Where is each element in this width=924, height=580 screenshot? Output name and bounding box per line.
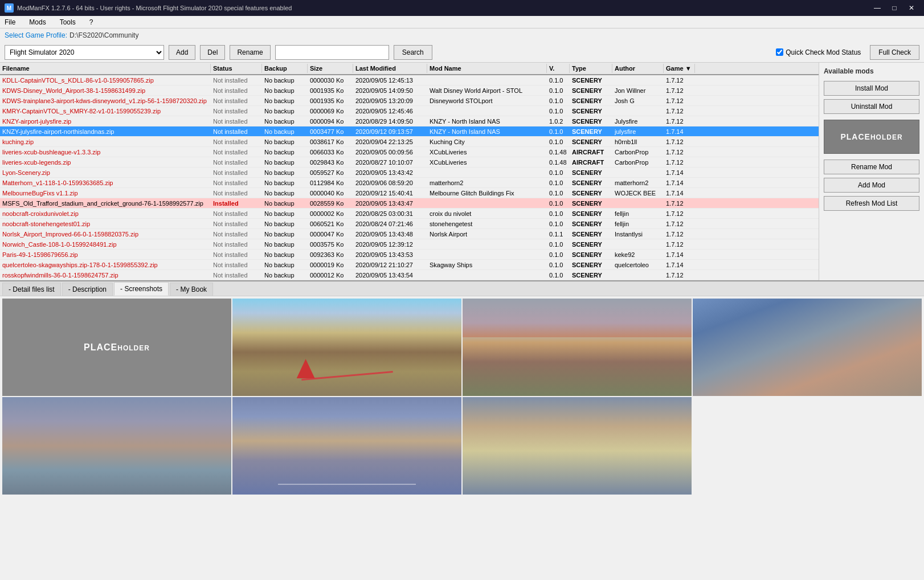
cell-backup: No backup [262, 210, 308, 218]
table-row[interactable]: Lyon-Scenery.zip Not installed No backup… [0, 168, 819, 178]
menu-mods[interactable]: Mods [27, 17, 48, 27]
cell-type: SCENERY [570, 199, 612, 207]
col-header-v[interactable]: V. [547, 64, 570, 73]
table-row[interactable]: Norlsk_Airport_Improved-66-0-1-159882037… [0, 229, 819, 239]
maximize-button[interactable]: □ [886, 2, 902, 14]
cell-backup: No backup [262, 87, 308, 95]
menu-tools[interactable]: Tools [58, 17, 78, 27]
cell-v: 0.1.0 [547, 169, 570, 177]
add-button[interactable]: Add [169, 45, 195, 60]
col-header-backup[interactable]: Backup [262, 64, 308, 73]
quick-check-container: Quick Check Mod Status [776, 48, 861, 56]
col-header-size[interactable]: Size [308, 64, 353, 73]
table-row[interactable]: MSFS_Old_Trafford_stadium_and_cricket_gr… [0, 198, 819, 209]
cell-filename: Norlsk_Airport_Improved-66-0-1-159882037… [0, 230, 211, 238]
cell-modname [427, 244, 547, 245]
cell-status: Not installed [211, 117, 262, 125]
menu-help[interactable]: ? [87, 17, 96, 27]
mod-preview-placeholder: PLACEHOLDER [824, 120, 919, 154]
cell-backup: No backup [262, 158, 308, 166]
col-header-game[interactable]: Game ▼ [664, 64, 695, 73]
cell-game: 1.7.12 [664, 97, 695, 105]
col-header-filename[interactable]: Filename [0, 64, 211, 73]
uninstall-mod-button[interactable]: Uninstall Mod [824, 99, 919, 114]
cell-modified: 2020/09/05 13:43:47 [353, 199, 427, 207]
tab-detail[interactable]: - Detail files list [2, 283, 61, 296]
table-row[interactable]: Paris-49-1-1598679656.zip Not installed … [0, 250, 819, 260]
profile-bar: Select Game Profile: D:\FS2020\Community [0, 28, 924, 42]
cell-author: felljin [612, 220, 664, 228]
tab-screenshots[interactable]: - Screenshots [114, 282, 169, 296]
add-mod-button[interactable]: Add Mod [824, 178, 919, 193]
cell-status: Not installed [211, 128, 262, 136]
cell-size: 0000094 Ko [308, 117, 353, 125]
col-header-author[interactable]: Author [612, 64, 664, 73]
table-row[interactable]: liveries-xcub-legends.zip Not installed … [0, 157, 819, 168]
col-header-modified[interactable]: Last Modified [353, 64, 427, 73]
quick-check-label: Quick Check Mod Status [786, 48, 861, 56]
cell-backup: No backup [262, 251, 308, 259]
cell-size: 0001935 Ko [308, 87, 353, 95]
table-row[interactable]: noobcraft-croixdunivolet.zip Not install… [0, 209, 819, 219]
cell-type: SCENERY [570, 251, 612, 259]
close-button[interactable]: ✕ [903, 2, 919, 14]
col-header-type[interactable]: Type [570, 64, 612, 73]
menu-file[interactable]: File [2, 17, 18, 27]
tab-description[interactable]: - Description [62, 283, 113, 296]
table-row[interactable]: KDWS-Disney_World_Airport-38-1-159863149… [0, 85, 819, 96]
cell-author: julysfire [612, 128, 664, 136]
cell-filename: Lyon-Scenery.zip [0, 169, 211, 177]
cell-modname [427, 80, 547, 81]
table-row[interactable]: Matterhorn_v1-118-1-0-1599363685.zip Not… [0, 178, 819, 188]
search-button[interactable]: Search [394, 45, 432, 60]
table-row[interactable]: KNZY-airport-julysfire.zip Not installed… [0, 116, 819, 126]
cell-author: CarbonProp [612, 158, 664, 166]
cell-author: Josh G [612, 97, 664, 105]
cell-backup: No backup [262, 199, 308, 207]
del-button[interactable]: Del [200, 45, 225, 60]
table-row[interactable]: KMRY-CaptainVTOL_s_KMRY-82-v1-01-1599055… [0, 106, 819, 116]
window-controls: — □ ✕ [869, 2, 919, 14]
table-row[interactable]: noobcraft-stonehengetest01.zip Not insta… [0, 219, 819, 229]
table-row[interactable]: liveries-xcub-bushleague-v1.3.3.zip Not … [0, 147, 819, 157]
cell-filename: rosskopfwindmills-36-0-1-1598624757.zip [0, 271, 211, 279]
cell-type: SCENERY [570, 230, 612, 238]
cell-status: Not installed [211, 189, 262, 197]
cell-type: SCENERY [570, 261, 612, 269]
cell-filename: Matterhorn_v1-118-1-0-1599363685.zip [0, 179, 211, 187]
cell-game: 1.7.14 [664, 128, 695, 136]
cell-status: Not installed [211, 169, 262, 177]
col-header-status[interactable]: Status [211, 64, 262, 73]
table-row[interactable]: rosskopfwindmills-36-0-1-1598624757.zip … [0, 270, 819, 280]
cell-size: 0092363 Ko [308, 251, 353, 259]
refresh-mod-list-button[interactable]: Refresh Mod List [824, 196, 919, 211]
table-row[interactable]: KNZY-julysfire-airport-northislandnas.zi… [0, 126, 819, 137]
tab-mybook[interactable]: - My Book [170, 283, 213, 296]
cell-modified: 2020/09/05 13:43:48 [353, 230, 427, 238]
cell-game: 1.7.14 [664, 261, 695, 269]
cell-game: 1.7.12 [664, 148, 695, 156]
minimize-button[interactable]: — [869, 2, 885, 14]
install-mod-button[interactable]: Install Mod [824, 81, 919, 96]
profile-label[interactable]: Select Game Profile: [5, 31, 67, 39]
table-row[interactable]: KDLL-CaptainVTOL_s_KDLL-86-v1-0-15990578… [0, 75, 819, 85]
placeholder-text: PLACEHOLDER [840, 132, 902, 141]
col-header-modname[interactable]: Mod Name [427, 64, 547, 73]
quick-check-checkbox[interactable] [776, 48, 783, 56]
table-row[interactable]: Norwich_Castle-108-1-0-1599248491.zip No… [0, 239, 819, 250]
cell-v: 0.1.0 [547, 76, 570, 84]
table-row[interactable]: MelbourneBugFixs v1.1.zip Not installed … [0, 188, 819, 198]
table-row[interactable]: quelcertoleo-skagwayships.zip-178-0-1-15… [0, 260, 819, 270]
cell-author [612, 244, 664, 245]
rename-mod-button[interactable]: Rename Mod [824, 160, 919, 174]
game-select[interactable]: Flight Simulator 2020 [5, 45, 164, 60]
rename-button[interactable]: Rename [230, 45, 270, 60]
cell-game: 1.7.12 [664, 199, 695, 207]
cell-filename: KDWS-trainplane3-airport-kdws-disneyworl… [0, 97, 211, 105]
table-row[interactable]: kuching.zip Not installed No backup 0038… [0, 137, 819, 147]
search-input[interactable] [275, 45, 389, 60]
full-check-button[interactable]: Full Check [870, 45, 919, 60]
table-row[interactable]: KDWS-trainplane3-airport-kdws-disneyworl… [0, 96, 819, 106]
cell-backup: No backup [262, 189, 308, 197]
table-body: KDLL-CaptainVTOL_s_KDLL-86-v1-0-15990578… [0, 75, 819, 280]
